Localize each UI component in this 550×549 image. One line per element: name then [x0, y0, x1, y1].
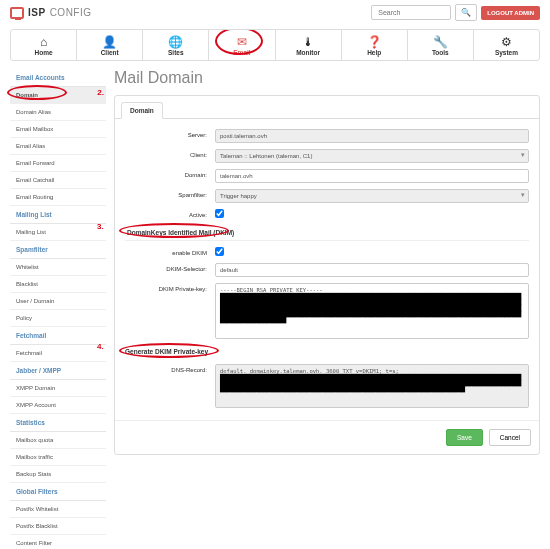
sidebar-item-postfix-blacklist[interactable]: Postfix Blacklist: [10, 518, 106, 535]
form-buttons: Save Cancel: [115, 420, 539, 454]
nav-help[interactable]: ❓Help: [342, 30, 408, 60]
label-enable-dkim: enable DKIM: [125, 247, 215, 256]
tab-domain[interactable]: Domain: [121, 102, 163, 119]
nav-system[interactable]: ⚙System: [474, 30, 539, 60]
sidebar-header-email-accounts: Email Accounts: [10, 69, 106, 87]
client-icon: 👤: [79, 36, 140, 49]
cancel-button[interactable]: Cancel: [489, 429, 531, 446]
input-domain[interactable]: [215, 169, 529, 183]
sidebar: Email Accounts Domain 2. Domain Alias Em…: [10, 69, 106, 549]
input-dkim-selector[interactable]: [215, 263, 529, 277]
sidebar-item-postfix-whitelist[interactable]: Postfix Whitelist: [10, 501, 106, 518]
sidebar-item-domain[interactable]: Domain 2.: [10, 87, 106, 104]
sidebar-item-xmpp-domain[interactable]: XMPP Domain: [10, 380, 106, 397]
sites-icon: 🌐: [145, 36, 206, 49]
sidebar-header-jabber-xmpp: Jabber / XMPP: [10, 362, 106, 380]
label-server: Server:: [125, 129, 215, 138]
logo-text-light: CONFIG: [50, 7, 92, 18]
sidebar-item-email-routing[interactable]: Email Routing: [10, 189, 106, 206]
label-dns-record: DNS-Record:: [125, 364, 215, 373]
textarea-dkim-private[interactable]: -----BEGIN RSA PRIVATE KEY----- ████████…: [215, 283, 529, 339]
nav-client[interactable]: 👤Client: [77, 30, 143, 60]
sidebar-item-domain-alias[interactable]: Domain Alias: [10, 104, 106, 121]
section-dkim-heading: DomainKeys Identified Mail (DKIM): [125, 225, 529, 241]
sidebar-item-policy[interactable]: Policy: [10, 310, 106, 327]
label-client: Client:: [125, 149, 215, 158]
nav-home[interactable]: ⌂Home: [11, 30, 77, 60]
page-title: Mail Domain: [114, 69, 540, 87]
input-server: [215, 129, 529, 143]
sidebar-item-email-alias[interactable]: Email Alias: [10, 138, 106, 155]
monitor-icon: 🌡: [278, 36, 339, 49]
link-generate-dkim-key[interactable]: Generate DKIM Private-key: [125, 345, 208, 358]
sidebar-item-blacklist[interactable]: Blacklist: [10, 276, 106, 293]
label-spamfilter: Spamfilter:: [125, 189, 215, 198]
sidebar-item-backup-stats[interactable]: Backup Stats: [10, 466, 106, 483]
sidebar-item-user-domain[interactable]: User / Domain: [10, 293, 106, 310]
tab-bar: Domain: [115, 96, 539, 119]
sidebar-header-global-filters: Global Filters: [10, 483, 106, 501]
sidebar-header-fetchmail: Fetchmail: [10, 327, 106, 345]
sidebar-item-fetchmail[interactable]: Fetchmail: [10, 345, 106, 362]
redacted-dns-body: ████████████████████████████████████████…: [220, 374, 521, 392]
sidebar-item-xmpp-account[interactable]: XMPP Account: [10, 397, 106, 414]
search-input[interactable]: [371, 5, 451, 20]
sidebar-item-email-forward[interactable]: Email Forward: [10, 155, 106, 172]
sidebar-item-mailbox-traffic[interactable]: Mailbox traffic: [10, 449, 106, 466]
sidebar-item-mailbox-quota[interactable]: Mailbox quota: [10, 432, 106, 449]
nav-sites[interactable]: 🌐Sites: [143, 30, 209, 60]
sidebar-item-whitelist[interactable]: Whitelist: [10, 259, 106, 276]
topbar: ISPCONFIG 🔍 LOGOUT ADMIN: [0, 0, 550, 29]
label-domain: Domain:: [125, 169, 215, 178]
nav-email[interactable]: 1. ✉Email: [209, 30, 275, 60]
sidebar-header-mailing-list: Mailing List: [10, 206, 106, 224]
sidebar-item-email-mailbox[interactable]: Email Mailbox: [10, 121, 106, 138]
checkbox-enable-dkim[interactable]: [215, 247, 224, 256]
label-dkim-selector: DKIM-Selector:: [125, 263, 215, 272]
form-panel: Domain Server: Client: Domain: Spamfilte…: [114, 95, 540, 455]
checkbox-active[interactable]: [215, 209, 224, 218]
redacted-key-body: ████████████████████████████████████████…: [220, 293, 521, 323]
sidebar-header-statistics: Statistics: [10, 414, 106, 432]
sidebar-item-content-filter[interactable]: Content Filter: [10, 535, 106, 549]
annotation-1-number: 1.: [211, 29, 218, 32]
annotation-2-number: 2.: [97, 88, 104, 97]
select-client[interactable]: [215, 149, 529, 163]
logo-icon: [10, 7, 24, 19]
sidebar-item-email-catchall[interactable]: Email Catchall: [10, 172, 106, 189]
search-button[interactable]: 🔍: [455, 4, 477, 21]
textarea-dns-record[interactable]: default._domainkey.taleman.ovh. 3600 TXT…: [215, 364, 529, 408]
sidebar-header-spamfilter: Spamfilter: [10, 241, 106, 259]
label-dkim-private: DKIM Private-key:: [125, 283, 215, 292]
sidebar-item-mailing-list[interactable]: Mailing List: [10, 224, 106, 241]
logo-text-bold: ISP: [28, 7, 46, 18]
help-icon: ❓: [344, 36, 405, 49]
system-icon: ⚙: [476, 36, 537, 49]
home-icon: ⌂: [13, 36, 74, 49]
save-button[interactable]: Save: [446, 429, 483, 446]
nav-monitor[interactable]: 🌡Monitor: [276, 30, 342, 60]
select-spamfilter[interactable]: [215, 189, 529, 203]
nav-tools[interactable]: 🔧Tools: [408, 30, 474, 60]
logo: ISPCONFIG: [10, 7, 92, 19]
logout-button[interactable]: LOGOUT ADMIN: [481, 6, 540, 20]
tools-icon: 🔧: [410, 36, 471, 49]
label-active: Active:: [125, 209, 215, 218]
main-content: Mail Domain Domain Server: Client: Domai…: [114, 69, 540, 549]
email-icon: ✉: [211, 36, 272, 49]
main-nav: ⌂Home 👤Client 🌐Sites 1. ✉Email 🌡Monitor …: [10, 29, 540, 61]
